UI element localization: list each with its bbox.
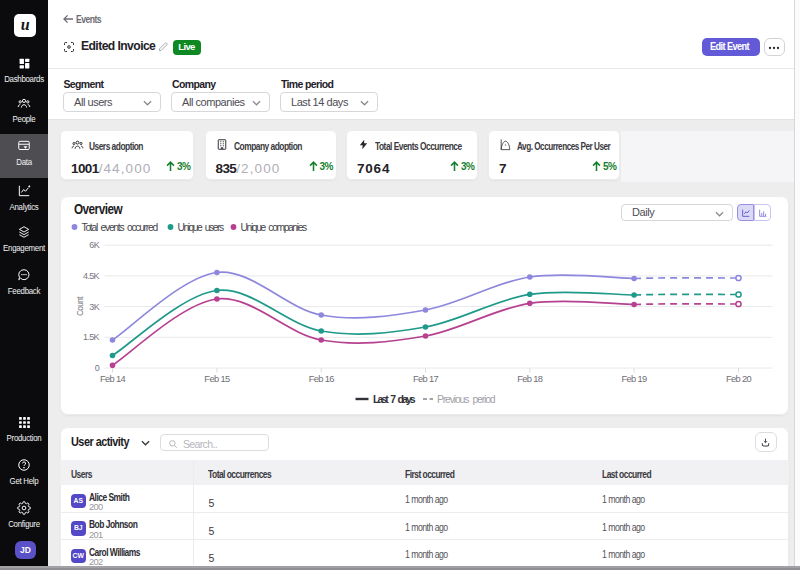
svg-text:0: 0 (94, 363, 99, 373)
svg-text:Feb 17: Feb 17 (412, 374, 438, 384)
svg-text:Count: Count (75, 296, 85, 316)
svg-text:Feb 15: Feb 15 (204, 374, 230, 384)
svg-text:Last 7 days: Last 7 days (373, 393, 416, 405)
svg-text:Feb 19: Feb 19 (621, 374, 647, 384)
svg-text:Feb 14: Feb 14 (99, 374, 125, 384)
svg-text:Previous period: Previous period (437, 393, 496, 405)
svg-text:Feb 18: Feb 18 (517, 374, 543, 384)
svg-text:3K: 3K (89, 302, 99, 312)
svg-text:Feb 20: Feb 20 (725, 374, 751, 384)
svg-text:1.5K: 1.5K (83, 332, 100, 342)
svg-text:Feb 16: Feb 16 (308, 374, 334, 384)
svg-text:4.5K: 4.5K (83, 271, 100, 281)
svg-text:6K: 6K (89, 240, 99, 250)
